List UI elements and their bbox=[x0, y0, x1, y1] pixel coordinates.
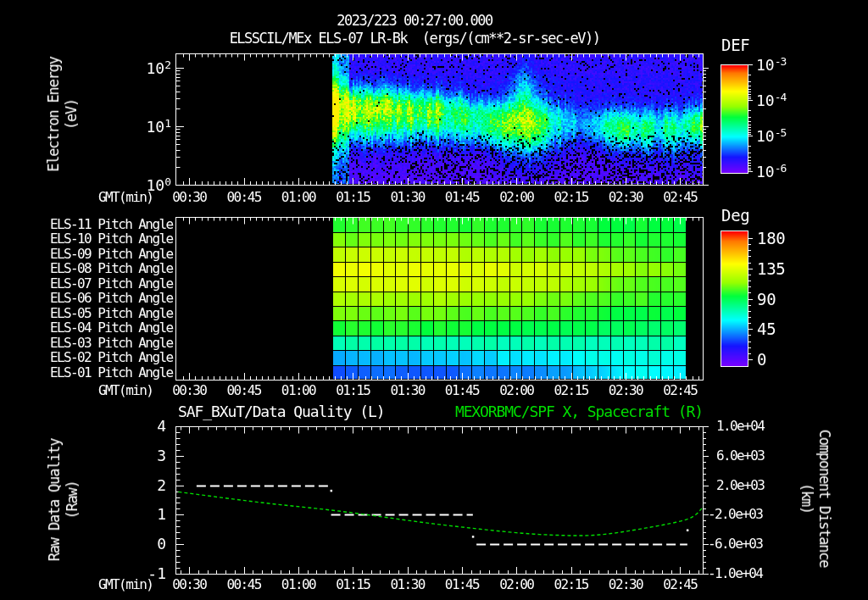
pitch-row-label: ELS-07 Pitch Angle bbox=[50, 277, 173, 291]
def-tick-label: 10-6 bbox=[756, 163, 786, 180]
x-tick-label: 01:45 bbox=[445, 384, 479, 397]
x-tick-label: 00:30 bbox=[172, 191, 206, 204]
bottom-title-right: MEXORBMC/SPF X, Spacecraft (R) bbox=[455, 404, 703, 419]
quality-tick-label: 3 bbox=[157, 448, 166, 464]
energy-tick-label: 102 bbox=[146, 59, 170, 76]
colorbar-deg-title: Deg bbox=[721, 208, 749, 224]
x-tick-label: 02:15 bbox=[554, 384, 588, 397]
x-tick-label: 02:30 bbox=[609, 578, 643, 592]
screen: 2023/223 00:27:00.000 ELSSCIL/MEx ELS-07… bbox=[0, 0, 868, 600]
pitch-row-label: ELS-04 Pitch Angle bbox=[50, 321, 173, 335]
deg-tick-label: 0 bbox=[757, 352, 766, 368]
x-tick-label: 02:15 bbox=[554, 191, 588, 204]
pitch-row-label: ELS-06 Pitch Angle bbox=[50, 292, 173, 305]
distance-tick-label: -1.0e+04 bbox=[708, 567, 762, 581]
gmt-axis-label: GMT(min) bbox=[98, 191, 153, 204]
x-tick-label: 01:30 bbox=[391, 578, 425, 592]
x-tick-label: 01:15 bbox=[336, 384, 370, 397]
pitch-row-label: ELS-05 Pitch Angle bbox=[50, 307, 173, 320]
energy-tick-label: 101 bbox=[146, 118, 170, 135]
pitch-row-label: ELS-09 Pitch Angle bbox=[50, 247, 173, 261]
ylabel-component-distance: Component Distance(km) bbox=[798, 430, 833, 568]
x-tick-label: 01:15 bbox=[336, 191, 370, 204]
x-tick-label: 01:45 bbox=[445, 191, 479, 204]
x-tick-label: 01:00 bbox=[281, 578, 315, 592]
deg-tick-label: 45 bbox=[757, 321, 776, 337]
distance-tick-label: -6.0e+03 bbox=[708, 537, 762, 551]
x-tick-label: 02:15 bbox=[554, 578, 588, 592]
colorbar-def-title: DEF bbox=[721, 37, 749, 53]
page-title-instrument: ELSSCIL/MEx ELS-07 LR-Bk (ergs/(cm**2-sr… bbox=[230, 31, 600, 46]
x-tick-label: 02:00 bbox=[499, 578, 533, 592]
def-tick-label: 10-3 bbox=[756, 56, 786, 73]
pitch-row-label: ELS-11 Pitch Angle bbox=[50, 218, 173, 231]
x-tick-label: 00:45 bbox=[227, 384, 261, 397]
distance-tick-label: 6.0e+03 bbox=[716, 449, 764, 463]
pitch-row-label: ELS-08 Pitch Angle bbox=[50, 262, 173, 275]
quality-tick-label: 0 bbox=[157, 536, 166, 552]
x-tick-label: 02:30 bbox=[609, 191, 643, 204]
quality-tick-label: 2 bbox=[157, 478, 166, 493]
x-tick-label: 01:00 bbox=[281, 384, 315, 397]
bottom-title-left: SAF_BXuT/Data Quality (L) bbox=[178, 404, 384, 419]
x-tick-label: 01:30 bbox=[391, 191, 425, 204]
ylabel-electron-energy: Electron Energy(eV) bbox=[45, 57, 81, 172]
x-tick-label: 01:00 bbox=[281, 191, 315, 204]
x-tick-label: 00:45 bbox=[227, 191, 261, 204]
x-tick-label: 01:15 bbox=[336, 578, 370, 592]
energy-tick-label: 100 bbox=[146, 176, 170, 193]
deg-tick-label: 90 bbox=[757, 291, 776, 307]
gmt-axis-label: GMT(min) bbox=[98, 578, 153, 592]
distance-tick-label: -2.0e+03 bbox=[708, 508, 762, 521]
x-tick-label: 00:45 bbox=[227, 578, 261, 592]
distance-tick-label: 1.0e+04 bbox=[716, 419, 764, 433]
x-tick-label: 01:30 bbox=[391, 384, 425, 397]
pitch-row-label: ELS-03 Pitch Angle bbox=[50, 336, 173, 350]
quality-tick-label: -1 bbox=[147, 566, 166, 581]
distance-tick-label: 2.0e+03 bbox=[716, 479, 764, 492]
x-tick-label: 02:00 bbox=[499, 191, 533, 204]
gmt-axis-label: GMT(min) bbox=[98, 384, 153, 397]
pitch-row-label: ELS-01 Pitch Angle bbox=[50, 366, 173, 380]
pitch-row-label: ELS-02 Pitch Angle bbox=[50, 351, 173, 364]
def-tick-label: 10-5 bbox=[756, 127, 786, 144]
x-tick-label: 00:30 bbox=[172, 384, 206, 397]
pitch-row-label: ELS-10 Pitch Angle bbox=[50, 232, 173, 246]
quality-tick-label: 4 bbox=[157, 419, 166, 434]
quality-tick-label: 1 bbox=[157, 507, 166, 522]
x-tick-label: 00:30 bbox=[172, 578, 206, 592]
ylabel-raw-data-quality: Raw Data Quality(Raw) bbox=[46, 439, 81, 562]
x-tick-label: 02:45 bbox=[663, 191, 697, 204]
page-title-date: 2023/223 00:27:00.000 bbox=[337, 14, 492, 28]
x-tick-label: 02:00 bbox=[499, 384, 533, 397]
deg-tick-label: 135 bbox=[757, 260, 785, 276]
def-tick-label: 10-4 bbox=[756, 92, 786, 108]
x-tick-label: 02:45 bbox=[663, 578, 697, 592]
x-tick-label: 02:45 bbox=[663, 384, 697, 397]
x-tick-label: 02:30 bbox=[609, 384, 643, 397]
x-tick-label: 01:45 bbox=[445, 578, 479, 592]
deg-tick-label: 180 bbox=[757, 231, 785, 247]
